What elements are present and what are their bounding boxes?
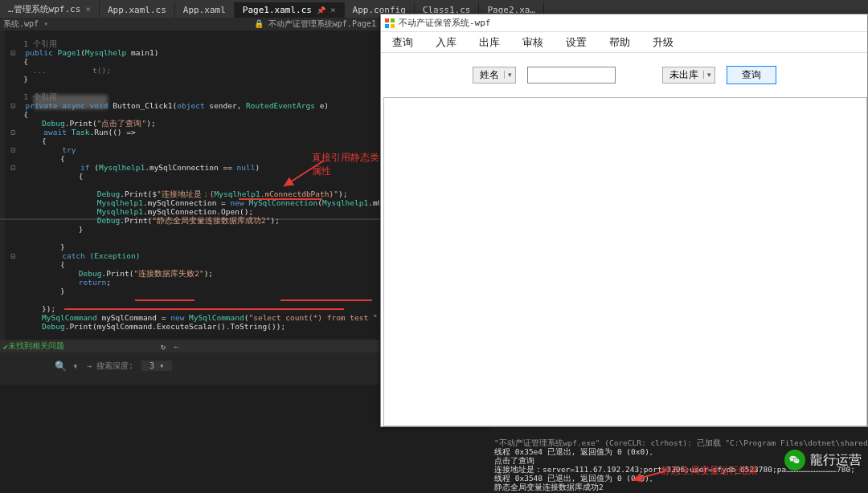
breadcrumb: 系统.wpf ▾ 🔒 不动产证管理系统wpf.Page1 bbox=[0, 18, 379, 31]
annotation-label: 直接引用静态类属性 bbox=[312, 151, 379, 178]
code-editor[interactable]: 1 个引用 ⊟ public Page1(Mysqlhelp main1) { … bbox=[0, 31, 379, 340]
annotation-underline bbox=[135, 299, 194, 301]
left-arrow-icon[interactable]: ← bbox=[174, 342, 178, 351]
menu-item[interactable]: 审核 bbox=[511, 35, 555, 50]
tab[interactable]: App.xaml bbox=[175, 2, 235, 18]
annotation-label: 静态全局变量运行结果 bbox=[661, 464, 758, 478]
svg-rect-4 bbox=[391, 24, 395, 28]
svg-rect-2 bbox=[391, 18, 395, 22]
svg-line-5 bbox=[633, 471, 665, 480]
svg-rect-1 bbox=[385, 18, 389, 22]
menu-item[interactable]: 设置 bbox=[555, 35, 598, 50]
svg-rect-3 bbox=[385, 24, 389, 28]
annotation-underline bbox=[280, 299, 372, 301]
pin-icon[interactable]: 📌 bbox=[317, 6, 326, 14]
chevron-down-icon: ▾ bbox=[703, 71, 711, 79]
menu-item[interactable]: 升级 bbox=[641, 35, 685, 50]
refresh-icon[interactable]: ↻ bbox=[161, 342, 166, 351]
tab[interactable]: …管理系统wpf.cs× bbox=[0, 1, 100, 18]
watermark: 龍行运营 bbox=[784, 450, 862, 471]
search-panel: 🔍 ▾ → 搜索深度: 3 ▾ bbox=[0, 352, 379, 385]
search-input[interactable] bbox=[527, 67, 616, 84]
wpf-title-text: 不动产证保管系统-wpf bbox=[399, 17, 491, 29]
menu-item[interactable]: 入库 bbox=[424, 35, 468, 50]
wpf-menu: 查询 入库 出库 审核 设置 帮助 升级 bbox=[381, 32, 867, 53]
wpf-app-window: 不动产证保管系统-wpf 查询 入库 出库 审核 设置 帮助 升级 姓名▾ 未出… bbox=[380, 14, 868, 427]
status-combo[interactable]: 未出库▾ bbox=[662, 67, 715, 84]
wpf-titlebar: 不动产证保管系统-wpf bbox=[381, 14, 867, 32]
search-button[interactable]: 查询 bbox=[727, 66, 776, 84]
breadcrumb-left[interactable]: 系统.wpf ▾ bbox=[0, 18, 254, 30]
menu-item[interactable]: 出库 bbox=[468, 35, 511, 50]
close-icon[interactable]: × bbox=[330, 5, 336, 15]
breadcrumb-right[interactable]: 🔒 不动产证管理系统wpf.Page1 bbox=[254, 18, 379, 30]
error-list-status: ✔ 未找到相关问题 ↻ ← bbox=[0, 340, 379, 352]
depth-selector[interactable]: 3 ▾ bbox=[141, 361, 172, 371]
annotation-underline bbox=[64, 308, 344, 310]
menu-item[interactable]: 查询 bbox=[381, 35, 424, 50]
close-icon[interactable]: × bbox=[85, 4, 91, 14]
search-icon[interactable]: 🔍 ▾ bbox=[55, 361, 78, 372]
chevron-down-icon: ▾ bbox=[504, 71, 512, 79]
tab[interactable]: App.xaml.cs bbox=[100, 2, 175, 18]
annotation-arrow bbox=[629, 469, 666, 483]
wpf-toolbar: 姓名▾ 未出库▾ 查询 bbox=[381, 53, 867, 96]
search-depth: → 搜索深度: 3 ▾ bbox=[87, 361, 172, 372]
watermark-text: 龍行运营 bbox=[810, 452, 862, 469]
annotation-underline bbox=[239, 198, 322, 200]
tab-active[interactable]: Page1.xaml.cs📌× bbox=[235, 2, 345, 18]
menu-item[interactable]: 帮助 bbox=[598, 35, 641, 50]
field-combo[interactable]: 姓名▾ bbox=[473, 67, 516, 84]
wechat-icon bbox=[784, 450, 805, 471]
wpf-content bbox=[383, 97, 867, 426]
app-icon bbox=[384, 18, 395, 29]
